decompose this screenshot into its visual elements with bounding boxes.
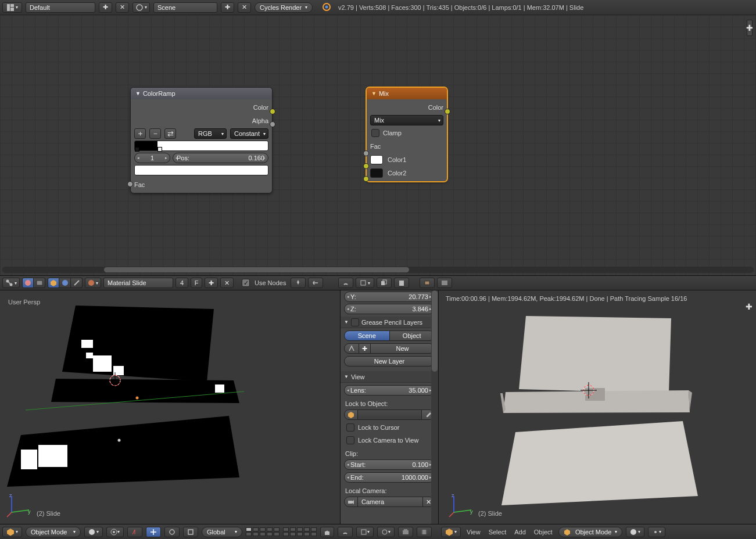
- fake-user-button[interactable]: F: [191, 278, 202, 288]
- lock-camera-checkbox[interactable]: [346, 436, 354, 444]
- orientation-selector[interactable]: Global▾: [202, 527, 242, 537]
- shader-tree-toggle[interactable]: [22, 278, 34, 288]
- gp-source-scene[interactable]: Scene: [344, 330, 390, 341]
- lock-object-field[interactable]: [358, 409, 422, 420]
- node-header[interactable]: ▼Mix: [367, 88, 447, 99]
- socket-in-color2[interactable]: [363, 176, 369, 182]
- scene-remove-button[interactable]: ✕: [238, 2, 251, 13]
- location-y-field[interactable]: ◂Y:20.773▸: [344, 292, 435, 302]
- gp-enable-checkbox[interactable]: [351, 318, 359, 326]
- mode-selector[interactable]: Object Mode▾: [26, 527, 81, 537]
- location-z-field[interactable]: ◂Z:3.846▸: [344, 304, 435, 314]
- editor-type-icon[interactable]: ▾: [2, 2, 22, 13]
- lock-cursor-checkbox[interactable]: [346, 423, 354, 432]
- lens-field[interactable]: ◂Lens:35.000▸: [344, 385, 435, 396]
- menu-add[interactable]: Add: [512, 529, 528, 536]
- material-users[interactable]: 4: [175, 278, 188, 288]
- snap-toggle[interactable]: [338, 278, 353, 288]
- auto-render-button[interactable]: [420, 278, 435, 288]
- socket-in-fac[interactable]: [363, 150, 369, 156]
- shading-mode[interactable]: ▾: [84, 527, 103, 537]
- editor-type-icon[interactable]: ▾: [2, 527, 22, 537]
- manipulator-rotate[interactable]: [164, 527, 180, 537]
- snap-target[interactable]: ▾: [377, 527, 395, 537]
- ramp-pos-field[interactable]: ◂Pos:0.160▸: [173, 153, 268, 163]
- snap-element[interactable]: ▾: [356, 527, 374, 537]
- material-remove-button[interactable]: ✕: [220, 278, 234, 288]
- ramp-flip-button[interactable]: ⇄: [164, 128, 176, 139]
- camera-icon[interactable]: [344, 497, 358, 507]
- v-scrollbar[interactable]: [431, 290, 438, 524]
- layout-remove-button[interactable]: ✕: [116, 2, 129, 13]
- ramp-add-button[interactable]: ＋: [134, 128, 146, 139]
- copy-nodes-button[interactable]: [377, 278, 392, 288]
- ramp-color-swatch[interactable]: [134, 165, 268, 175]
- object-shader-toggle[interactable]: [48, 278, 59, 288]
- layout-selector[interactable]: Default: [26, 2, 95, 13]
- render-anim-button[interactable]: [417, 527, 432, 537]
- node-editor[interactable]: ▼ColorRamp Color Alpha ＋ － ⇄ RGB▾ Consta…: [0, 15, 756, 275]
- material-browse-icon[interactable]: ▾: [85, 278, 101, 288]
- mode-selector[interactable]: Object Mode▾: [558, 527, 622, 537]
- snap-toggle[interactable]: [338, 527, 353, 537]
- gp-new-button[interactable]: New: [371, 343, 435, 354]
- ramp-mode-select[interactable]: RGB▾: [194, 128, 227, 139]
- paste-nodes-button[interactable]: [394, 278, 409, 288]
- layers-widget-2[interactable]: [283, 527, 317, 536]
- socket-in-color1[interactable]: [363, 163, 369, 169]
- layout-add-button[interactable]: ✚: [99, 2, 112, 13]
- v-scroll-thumb[interactable]: [432, 290, 438, 372]
- color1-swatch[interactable]: [370, 155, 383, 164]
- ramp-index-field[interactable]: ◂1▸: [134, 153, 170, 163]
- go-parent-button[interactable]: [308, 278, 323, 288]
- pivot-mode[interactable]: ▾: [106, 527, 124, 537]
- line-shader-toggle[interactable]: [71, 278, 83, 288]
- ramp-remove-button[interactable]: －: [149, 128, 161, 139]
- grease-pencil-header[interactable]: ▼Grease Pencil Layers: [341, 317, 438, 328]
- manipulator-scale[interactable]: [183, 527, 198, 537]
- layers-widget[interactable]: [246, 527, 280, 536]
- viewport-left[interactable]: User Persp z y: [0, 290, 340, 524]
- ramp-handle-0[interactable]: [135, 147, 139, 152]
- menu-object[interactable]: Object: [532, 529, 555, 536]
- manipulator-translate[interactable]: [146, 527, 161, 537]
- gp-source-object[interactable]: Object: [390, 330, 435, 341]
- gp-new-layer-button[interactable]: New Layer: [344, 356, 435, 366]
- color2-swatch[interactable]: [370, 168, 383, 178]
- socket-out-alpha[interactable]: [270, 121, 275, 127]
- clamp-checkbox[interactable]: [371, 129, 379, 137]
- view-panel-header[interactable]: ▼View: [341, 371, 438, 383]
- snap-element[interactable]: ▾: [356, 278, 374, 288]
- gp-add-icon[interactable]: ✚: [359, 343, 371, 354]
- pivot-mode[interactable]: ▾: [648, 527, 665, 537]
- pin-button[interactable]: [291, 278, 306, 288]
- color-ramp-gradient[interactable]: [134, 141, 268, 151]
- hscroll-thumb[interactable]: [104, 267, 409, 272]
- menu-select[interactable]: Select: [486, 529, 509, 536]
- compositor-tree-toggle[interactable]: [34, 278, 45, 288]
- menu-view[interactable]: View: [464, 529, 483, 536]
- scene-icon[interactable]: ▾: [132, 2, 150, 13]
- render-image-button[interactable]: [398, 527, 413, 537]
- lock-layers[interactable]: [320, 527, 334, 537]
- clip-start-field[interactable]: ◂Start:0.100▸: [344, 459, 435, 470]
- clip-end-field[interactable]: ◂End:1000.000▸: [344, 472, 435, 483]
- socket-in-fac[interactable]: [127, 181, 133, 187]
- material-add-button[interactable]: ✚: [205, 278, 218, 288]
- node-mix[interactable]: ▼Mix Color Mix▾ Clamp Fac Color1 Color2: [366, 87, 447, 182]
- socket-out-color[interactable]: [445, 109, 450, 114]
- socket-out-color[interactable]: [270, 109, 275, 114]
- ramp-interp-select[interactable]: Constant▾: [230, 128, 268, 139]
- ramp-handle-1[interactable]: [157, 147, 162, 152]
- world-shader-toggle[interactable]: [59, 278, 71, 288]
- scene-add-button[interactable]: ✚: [221, 2, 234, 13]
- node-color-ramp[interactable]: ▼ColorRamp Color Alpha ＋ － ⇄ RGB▾ Consta…: [130, 87, 273, 193]
- manipulator-toggle[interactable]: [127, 527, 142, 537]
- mix-blend-select[interactable]: Mix▾: [370, 115, 443, 125]
- scene-selector[interactable]: Scene: [153, 2, 217, 13]
- viewport-right[interactable]: Time:00:00.96 | Mem:1994.62M, Peak:1994.…: [439, 290, 756, 524]
- use-nodes-checkbox[interactable]: ✓: [242, 279, 250, 287]
- material-name-field[interactable]: Material Slide: [103, 278, 173, 288]
- node-header[interactable]: ▼ColorRamp: [131, 88, 272, 99]
- backdrop-button[interactable]: [437, 278, 452, 288]
